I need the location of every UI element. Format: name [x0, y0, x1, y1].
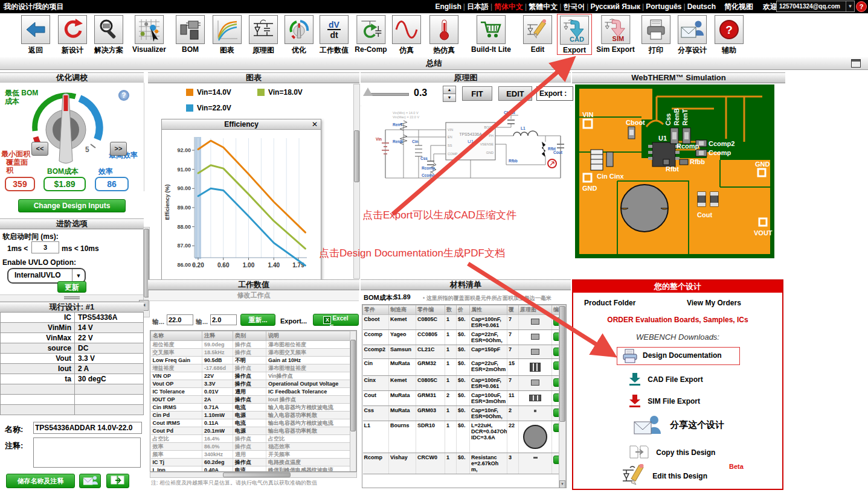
soft-start-input[interactable]: [31, 241, 59, 253]
close-icon[interactable]: ✕: [312, 119, 318, 129]
optimizer-header: 优化调校: [0, 72, 144, 83]
new-design-icon: [60, 17, 85, 42]
iout-input[interactable]: [210, 314, 237, 325]
fit-button[interactable]: FIT: [462, 86, 492, 101]
change-design-inputs-button[interactable]: Change Design Inputs: [18, 199, 126, 212]
product-folder-link[interactable]: Product Folder: [584, 299, 635, 307]
charts-scrollbar[interactable]: [353, 84, 360, 279]
op-values-button[interactable]: dVdt 工作数值: [320, 15, 349, 56]
edit-this-design-button[interactable]: Edit this Design: [622, 464, 707, 486]
column-header[interactable]: 价: [457, 305, 470, 315]
cad-file-export-button[interactable]: CAD File Export: [629, 372, 703, 386]
assist-button[interactable]: ? 辅助: [715, 15, 744, 56]
scroll-down-icon[interactable]: ▼: [559, 480, 565, 488]
column-header[interactable]: 原理图: [519, 305, 552, 315]
build-it-button[interactable]: Build-It Lite: [471, 15, 511, 54]
column-header[interactable]: 零件编: [416, 305, 445, 315]
excel-export-button[interactable]: XExcel Ex...: [313, 314, 359, 326]
dial-help-icon[interactable]: ?: [118, 90, 129, 101]
simplified-view-link[interactable]: 简化视图: [724, 2, 753, 12]
svg-text:SIM: SIM: [612, 35, 624, 42]
recomp-button[interactable]: Re-Comp: [355, 15, 387, 54]
column-header[interactable]: 数: [445, 305, 457, 315]
splitter-handle[interactable]: [0, 294, 144, 302]
save-name-button[interactable]: 储存名称及注释: [6, 474, 75, 488]
design-param-row: [1, 405, 144, 415]
language-link[interactable]: 简体中文: [494, 2, 523, 11]
bom-scrollbar[interactable]: ▼: [559, 305, 566, 488]
schematic-canvas[interactable]: TPS54336A U1 VIN EN SS COMP BOOT PH VSEN…: [361, 106, 570, 278]
back-button[interactable]: 返回: [21, 15, 50, 56]
visualizer-button[interactable]: Visualizer: [132, 15, 166, 54]
column-header[interactable]: 说明: [266, 331, 358, 341]
copy-this-design-button[interactable]: Copy this Design: [629, 445, 715, 459]
edit-pencil-icon: [526, 17, 550, 42]
help-icon[interactable]: ?: [856, 1, 867, 12]
comment-textarea[interactable]: [33, 437, 141, 468]
svg-text:Efficiency (%): Efficiency (%): [164, 184, 170, 220]
chevron-down-icon[interactable]: ▼: [72, 269, 85, 282]
language-link[interactable]: 한국어: [563, 2, 585, 11]
op-value-row: Cin IRMS0.71A电流输入电容器均方根纹波电流: [151, 404, 358, 412]
email-design-button[interactable]: [79, 474, 101, 488]
language-link[interactable]: Русский Язык: [590, 2, 640, 11]
sim-export-button[interactable]: SIM Sim Export: [596, 15, 634, 54]
new-design-button[interactable]: 新设计: [58, 15, 87, 56]
spinner-down-icon[interactable]: ▼: [443, 94, 456, 102]
thermal-sim-button[interactable]: 热仿真: [429, 15, 458, 56]
vin-input[interactable]: [167, 314, 193, 325]
opvalues-hscrollbar[interactable]: [150, 472, 357, 478]
language-link[interactable]: 繁體中文: [529, 2, 558, 11]
share-this-design-button[interactable]: 分享这个设计: [634, 415, 724, 435]
opvalues-vscrollbar[interactable]: [350, 331, 356, 472]
language-link[interactable]: 日本語: [467, 2, 489, 11]
charts-button[interactable]: 图表: [213, 15, 242, 56]
chevron-down-icon[interactable]: ▼: [846, 1, 854, 11]
sim-file-export-button[interactable]: SIM File Export: [629, 394, 700, 407]
opvalues-export-label[interactable]: Export...: [280, 317, 307, 325]
zoom-spinner[interactable]: ▲ ▼: [443, 86, 456, 101]
dial-prev-button[interactable]: <<: [31, 142, 48, 156]
design-param-row: ICTPS54336A: [1, 313, 144, 323]
language-link[interactable]: Português: [646, 2, 681, 11]
restore-window-icon[interactable]: [851, 59, 861, 68]
solutions-button[interactable]: 解决方案: [94, 15, 123, 56]
pcb-layout[interactable]: VIN Cboot Css RenB RenT U1 Rcomp Ccomp2 …: [575, 84, 774, 258]
svg-text:VIN: VIN: [448, 128, 453, 132]
recalc-button[interactable]: 重新...: [240, 314, 275, 326]
column-header[interactable]: 零件: [363, 305, 389, 315]
print-button[interactable]: 打印: [641, 15, 670, 56]
schematic-icon: [251, 17, 275, 42]
spinner-up-icon[interactable]: ▲: [443, 86, 456, 94]
view-orders-link[interactable]: View My Orders: [687, 299, 741, 307]
optimize-button[interactable]: 优化: [285, 15, 313, 56]
dial-next-button[interactable]: >>: [110, 142, 127, 156]
language-link[interactable]: Deutsch: [687, 2, 716, 11]
design-doc-button[interactable]: Design Documentation: [617, 347, 740, 365]
column-header[interactable]: 制造商: [389, 305, 416, 315]
svg-text:Css: Css: [664, 113, 672, 126]
svg-text:Rfbt: Rfbt: [666, 165, 679, 173]
order-boards-link[interactable]: ORDER Evaluation Boards, Samples, ICs: [573, 316, 782, 324]
edit-schematic-button[interactable]: EDIT: [498, 86, 532, 101]
copy-design-button[interactable]: [106, 474, 129, 488]
export-button[interactable]: CAD Export: [557, 14, 592, 55]
language-link[interactable]: English: [435, 2, 461, 11]
simulate-button[interactable]: 仿真: [392, 15, 421, 56]
account-dropdown[interactable]: 1257041324@qq.com ▼: [776, 1, 855, 12]
column-header[interactable]: 名称: [151, 331, 202, 341]
edit-button[interactable]: Edit: [523, 15, 552, 54]
chart-window-titlebar[interactable]: Efficiency ✕: [162, 119, 321, 130]
column-header[interactable]: 属性: [470, 305, 507, 315]
column-header[interactable]: 注释: [202, 331, 233, 341]
column-header[interactable]: 覆: [507, 305, 519, 315]
svg-text:GND: GND: [486, 151, 493, 154]
design-name-input[interactable]: [33, 422, 142, 434]
update-button[interactable]: 更新: [57, 281, 86, 293]
column-header[interactable]: 类别: [233, 331, 266, 341]
zoom-slider-handle[interactable]: [363, 87, 373, 96]
bom-button[interactable]: BOM: [176, 15, 205, 54]
schematic-export-select[interactable]: Export :: [536, 86, 573, 101]
schematic-button[interactable]: 原理图: [249, 15, 278, 56]
share-design-button[interactable]: 分享设计: [678, 15, 707, 56]
